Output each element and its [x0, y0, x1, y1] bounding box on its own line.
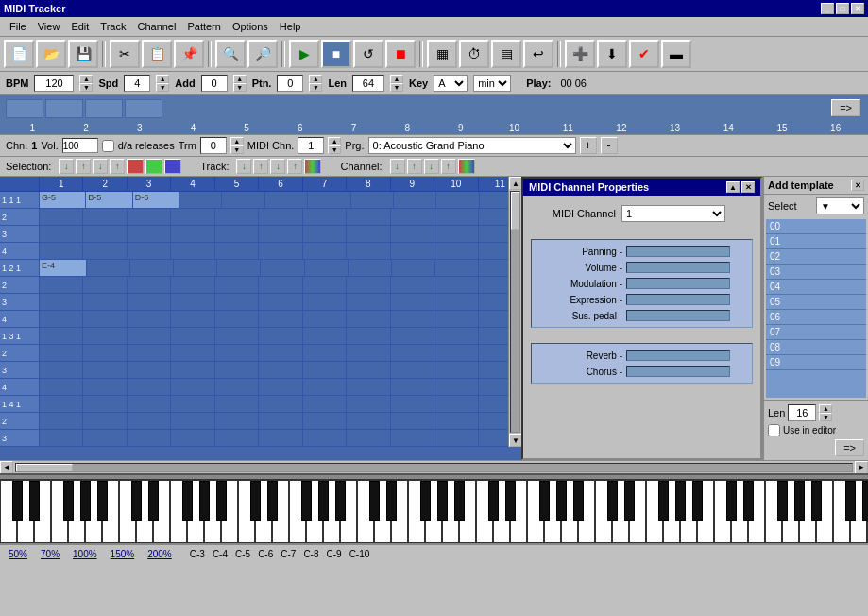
note-cell[interactable] — [40, 328, 83, 344]
prg-plus[interactable]: + — [580, 137, 597, 154]
note-cell[interactable] — [394, 192, 436, 208]
black-key[interactable] — [301, 481, 312, 521]
sel-up1[interactable]: ↑ — [76, 159, 91, 174]
note-cell[interactable] — [305, 260, 349, 276]
black-key[interactable] — [29, 481, 40, 521]
zoom-out-button[interactable]: 🔍 — [215, 40, 246, 68]
note-cell-filled[interactable]: B-5 — [86, 192, 132, 208]
midi-chn-down[interactable]: ▼ — [328, 145, 341, 154]
black-key[interactable] — [573, 481, 584, 521]
note-cell[interactable] — [215, 311, 259, 327]
ptn-down[interactable]: ▼ — [309, 83, 322, 92]
len-down[interactable]: ▼ — [819, 413, 832, 421]
template-item-09[interactable]: 09 — [766, 355, 866, 370]
zoom-200[interactable]: 200% — [145, 549, 175, 559]
black-key[interactable] — [624, 481, 635, 521]
len-input[interactable] — [352, 75, 384, 92]
vol-checkbox[interactable] — [102, 140, 114, 152]
paste-button[interactable]: 📌 — [174, 40, 204, 68]
menu-channel[interactable]: Channel — [131, 19, 181, 34]
note-cell[interactable] — [347, 311, 390, 327]
note-cell[interactable] — [391, 379, 434, 395]
black-key[interactable] — [862, 481, 868, 521]
menu-view[interactable]: View — [32, 19, 66, 34]
note-cell[interactable] — [392, 260, 435, 276]
note-cell[interactable] — [215, 294, 259, 310]
len-up[interactable]: ▲ — [390, 75, 403, 83]
note-cell[interactable] — [303, 362, 347, 378]
menu-edit[interactable]: Edit — [65, 19, 94, 34]
stop-button[interactable]: ■ — [321, 40, 351, 68]
undo-button[interactable]: ↩ — [523, 40, 553, 68]
play-button[interactable]: ▶ — [289, 40, 319, 68]
note-cell[interactable] — [40, 430, 83, 446]
note-cell[interactable] — [215, 362, 259, 378]
expression-slider[interactable] — [626, 294, 730, 305]
note-cell[interactable] — [391, 311, 434, 327]
black-key[interactable] — [386, 481, 397, 521]
note-cell[interactable] — [87, 260, 130, 276]
last-button[interactable]: ▬ — [661, 40, 691, 68]
note-cell[interactable] — [303, 209, 347, 225]
note-cell[interactable] — [391, 362, 434, 378]
menu-help[interactable]: Help — [274, 19, 307, 34]
pattern-block[interactable] — [6, 99, 43, 118]
note-cell[interactable] — [259, 413, 302, 429]
note-cell[interactable] — [347, 379, 390, 395]
black-key[interactable] — [675, 481, 686, 521]
sel-down1[interactable]: ↓ — [59, 159, 74, 174]
note-cell[interactable] — [434, 413, 478, 429]
note-cell[interactable] — [434, 277, 478, 293]
copy-button[interactable]: 📋 — [142, 40, 172, 68]
note-cell[interactable] — [434, 396, 478, 412]
note-cell[interactable] — [259, 396, 302, 412]
note-cell[interactable] — [215, 379, 259, 395]
black-key[interactable] — [97, 481, 108, 521]
note-cell[interactable] — [171, 430, 214, 446]
view2-button[interactable]: ⏱ — [459, 40, 489, 68]
ch-color[interactable] — [458, 159, 475, 174]
instrument-select[interactable]: 0: Acoustic Grand Piano 1: Bright Acoust… — [368, 137, 576, 154]
note-cell-filled[interactable]: G-5 — [40, 192, 86, 208]
note-cell[interactable] — [128, 379, 171, 395]
note-cell[interactable] — [391, 209, 434, 225]
note-cell[interactable] — [171, 396, 214, 412]
note-cell[interactable] — [83, 396, 127, 412]
template-item-00[interactable]: 00 — [766, 219, 866, 234]
note-cell[interactable] — [349, 260, 392, 276]
trm-down[interactable]: ▼ — [230, 145, 244, 154]
note-cell[interactable] — [303, 277, 347, 293]
sus-pedal-slider[interactable] — [626, 310, 730, 321]
note-cell[interactable] — [434, 226, 478, 242]
add-input[interactable] — [201, 75, 228, 92]
pattern-block[interactable] — [125, 99, 162, 118]
menu-options[interactable]: Options — [227, 19, 274, 34]
sel-down2[interactable]: ↓ — [93, 159, 108, 174]
note-cell[interactable] — [434, 294, 478, 310]
note-cell[interactable] — [174, 260, 217, 276]
template-item-08[interactable]: 08 — [766, 340, 866, 355]
note-cell[interactable] — [391, 413, 434, 429]
note-cell[interactable] — [128, 362, 171, 378]
sel-color1[interactable] — [127, 159, 144, 174]
note-cell[interactable] — [215, 243, 259, 259]
note-cell[interactable] — [40, 345, 83, 361]
note-cell[interactable] — [128, 294, 171, 310]
del-button[interactable]: ⬇ — [597, 40, 627, 68]
view3-button[interactable]: ▤ — [491, 40, 521, 68]
note-cell[interactable] — [215, 345, 259, 361]
note-cell[interactable] — [171, 362, 214, 378]
note-cell[interactable] — [347, 294, 390, 310]
ptn-input[interactable] — [277, 75, 303, 92]
record-stop-button[interactable]: ⏹ — [385, 40, 416, 68]
note-cell[interactable] — [171, 277, 214, 293]
sel-color3[interactable] — [164, 159, 181, 174]
black-key[interactable] — [658, 481, 669, 521]
note-cell[interactable] — [128, 430, 171, 446]
zoom-100[interactable]: 100% — [70, 549, 100, 559]
vol-input[interactable] — [62, 138, 98, 153]
note-cell[interactable] — [347, 277, 390, 293]
len-down[interactable]: ▼ — [390, 83, 403, 92]
note-cell[interactable] — [83, 328, 127, 344]
midi-chn-up[interactable]: ▲ — [328, 137, 341, 145]
